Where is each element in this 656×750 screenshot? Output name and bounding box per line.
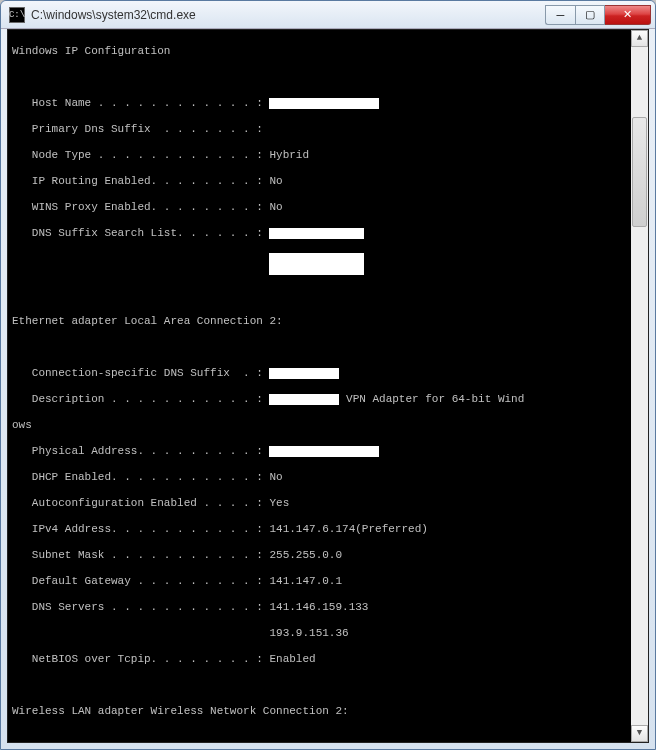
redaction-block — [269, 368, 339, 379]
output-line: Connection-specific DNS Suffix . : — [12, 367, 646, 380]
output-line — [12, 679, 646, 692]
output-line: Wireless LAN adapter Wireless Network Co… — [12, 705, 646, 718]
close-button[interactable]: ✕ — [605, 5, 651, 25]
output-line: ows — [12, 419, 646, 432]
output-line: Primary Dns Suffix . . . . . . . : — [12, 123, 646, 136]
output-line: DNS Servers . . . . . . . . . . . : 141.… — [12, 601, 646, 614]
window-controls: ─ ▢ ✕ — [545, 5, 651, 25]
output-line: Windows IP Configuration — [12, 45, 646, 58]
output-line — [12, 341, 646, 354]
window-title: C:\windows\system32\cmd.exe — [31, 8, 545, 22]
output-line: WINS Proxy Enabled. . . . . . . . : No — [12, 201, 646, 214]
redaction-block — [269, 253, 364, 275]
output-line: Autoconfiguration Enabled . . . . : Yes — [12, 497, 646, 510]
output-line: DNS Suffix Search List. . . . . . : — [12, 227, 646, 240]
terminal-output[interactable]: Windows IP Configuration Host Name . . .… — [8, 30, 648, 742]
cmd-window: C:\ C:\windows\system32\cmd.exe ─ ▢ ✕ Wi… — [0, 0, 656, 750]
minimize-button[interactable]: ─ — [545, 5, 575, 25]
redaction-block — [269, 394, 339, 405]
output-line: Node Type . . . . . . . . . . . . : Hybr… — [12, 149, 646, 162]
output-line: Physical Address. . . . . . . . . : — [12, 445, 646, 458]
output-line: Ethernet adapter Local Area Connection 2… — [12, 315, 646, 328]
output-line: IPv4 Address. . . . . . . . . . . : 141.… — [12, 523, 646, 536]
output-line: Description . . . . . . . . . . . : VPN … — [12, 393, 646, 406]
output-line: 193.9.151.36 — [12, 627, 646, 640]
scroll-up-button[interactable]: ▲ — [631, 30, 648, 47]
output-line: Default Gateway . . . . . . . . . : 141.… — [12, 575, 646, 588]
scroll-down-button[interactable]: ▼ — [631, 725, 648, 742]
redaction-block — [269, 98, 379, 109]
output-line — [12, 253, 646, 276]
output-line — [12, 731, 646, 742]
output-line: NetBIOS over Tcpip. . . . . . . . : Enab… — [12, 653, 646, 666]
scroll-track[interactable] — [631, 47, 648, 725]
titlebar[interactable]: C:\ C:\windows\system32\cmd.exe ─ ▢ ✕ — [1, 1, 655, 29]
output-line — [12, 289, 646, 302]
output-line — [12, 71, 646, 84]
output-line: DHCP Enabled. . . . . . . . . . . : No — [12, 471, 646, 484]
terminal-client-area: Windows IP Configuration Host Name . . .… — [7, 29, 649, 743]
redaction-block — [269, 228, 364, 239]
maximize-button[interactable]: ▢ — [575, 5, 605, 25]
scroll-thumb[interactable] — [632, 117, 647, 227]
output-line: Subnet Mask . . . . . . . . . . . : 255.… — [12, 549, 646, 562]
output-line: Host Name . . . . . . . . . . . . : — [12, 97, 646, 110]
redaction-block — [269, 446, 379, 457]
output-line: IP Routing Enabled. . . . . . . . : No — [12, 175, 646, 188]
vertical-scrollbar[interactable]: ▲ ▼ — [631, 30, 648, 742]
cmd-icon: C:\ — [9, 7, 25, 23]
